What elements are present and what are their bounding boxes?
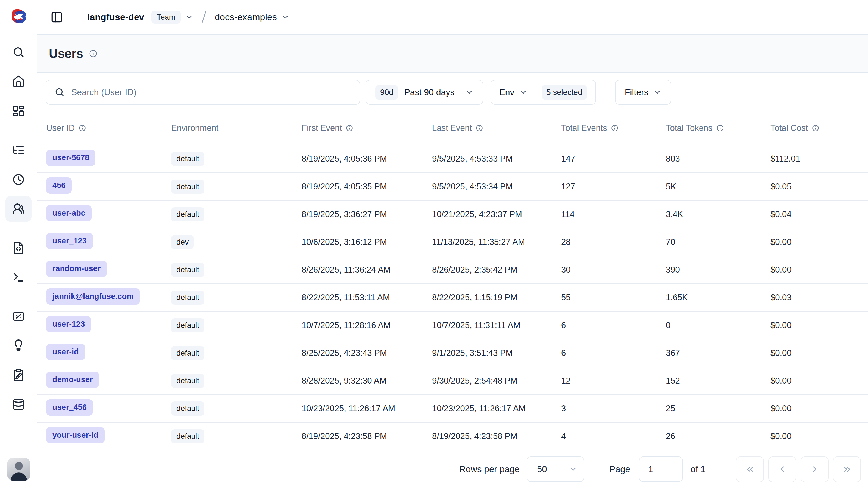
dashboards-icon	[12, 105, 25, 117]
org-name[interactable]: langfuse-dev	[87, 12, 144, 22]
user-id-link[interactable]: user-id	[46, 344, 85, 360]
table-row[interactable]: jannik@langfuse.comdefault8/22/2025, 11:…	[37, 283, 868, 311]
filters-button[interactable]: Filters	[615, 80, 671, 105]
filters-label: Filters	[625, 87, 648, 97]
sidebar-item-sessions[interactable]	[12, 173, 25, 186]
sidebar-item-users[interactable]	[12, 202, 25, 216]
user-id-link[interactable]: your-user-id	[46, 427, 105, 443]
environment-cell: default	[171, 207, 302, 222]
org-switcher-button[interactable]: Team	[151, 10, 193, 24]
table-row[interactable]: user_123dev10/6/2025, 3:16:12 PM11/13/20…	[37, 228, 868, 256]
env-selected-badge: 5 selected	[541, 85, 587, 99]
table-row[interactable]: user-123default10/7/2025, 11:28:16 AM10/…	[37, 311, 868, 339]
page-title: Users	[49, 46, 83, 61]
search-icon	[54, 87, 65, 97]
user-id-link[interactable]: jannik@langfuse.com	[46, 288, 140, 305]
table-row[interactable]: user_456default10/23/2025, 11:26:17 AM10…	[37, 395, 868, 422]
column-header-total-cost[interactable]: Total Cost	[770, 123, 868, 133]
user-id-link[interactable]: demo-user	[46, 372, 99, 387]
sidebar-item-dashboards[interactable]	[12, 105, 25, 117]
sidebar-item-annotation[interactable]	[12, 369, 25, 382]
table-row[interactable]: user-5678default8/19/2025, 4:05:36 PM9/5…	[37, 145, 868, 172]
total-tokens-cell: 5K	[666, 182, 770, 192]
total-events-cell: 6	[561, 320, 666, 330]
sidebar-item-datasets[interactable]	[12, 398, 25, 411]
search-icon	[54, 87, 65, 97]
sidebar-item-evaluation[interactable]	[12, 310, 25, 323]
prompts-icon	[12, 241, 25, 254]
environment-badge: default	[171, 402, 204, 415]
home-icon	[12, 75, 25, 88]
user-avatar[interactable]	[7, 458, 30, 481]
user-id-link[interactable]: user-abc	[46, 205, 92, 221]
table-header-row: User IDEnvironmentFirst EventLast EventT…	[37, 112, 868, 145]
sidebar-item-tracing[interactable]	[12, 144, 25, 157]
next-page-button[interactable]	[801, 456, 829, 482]
table-row[interactable]: your-user-iddefault8/19/2025, 4:23:58 PM…	[37, 422, 868, 450]
environment-cell: default	[171, 346, 302, 360]
table-row[interactable]: user-abcdefault8/19/2025, 3:36:27 PM10/2…	[37, 200, 868, 228]
user-id-link[interactable]: user-5678	[46, 150, 95, 166]
total-tokens-cell: 70	[666, 237, 770, 247]
column-header-user-id[interactable]: User ID	[46, 123, 171, 133]
project-switcher-button[interactable]: docs-examples	[215, 12, 289, 22]
table-row[interactable]: 456default8/19/2025, 4:05:35 PM9/5/2025,…	[37, 172, 868, 200]
total-cost-cell: $0.00	[770, 376, 868, 386]
chevron-down-icon	[281, 13, 289, 21]
column-header-last-event[interactable]: Last Event	[432, 123, 561, 133]
total-cost-cell: $0.00	[770, 320, 868, 330]
first-event-cell: 8/25/2025, 4:23:43 PM	[302, 348, 432, 358]
first-event-cell: 8/19/2025, 4:23:58 PM	[302, 431, 432, 441]
column-header-first-event[interactable]: First Event	[302, 123, 432, 133]
last-event-cell: 9/5/2025, 4:53:33 PM	[432, 154, 561, 164]
column-header-environment[interactable]: Environment	[171, 123, 302, 133]
environment-filter-button[interactable]: Env 5 selected	[491, 80, 596, 105]
previous-page-button[interactable]	[768, 456, 796, 482]
first-event-cell: 10/23/2025, 11:26:17 AM	[302, 404, 432, 413]
user-id-cell: user_456	[46, 399, 171, 418]
table-row[interactable]: demo-userdefault8/28/2025, 9:32:30 AM9/3…	[37, 367, 868, 395]
user-id-cell: 456	[46, 177, 171, 196]
page-number-input[interactable]	[639, 456, 683, 482]
user-id-link[interactable]: user-123	[46, 316, 91, 332]
sidebar-item-insights[interactable]	[12, 339, 25, 352]
page-label: Page	[609, 464, 630, 475]
user-id-cell: user-id	[46, 344, 171, 362]
column-header-total-tokens[interactable]: Total Tokens	[666, 123, 770, 133]
sidebar-item-playground[interactable]	[12, 271, 25, 284]
user-id-link[interactable]: random-user	[46, 261, 107, 277]
environment-badge: default	[171, 179, 204, 194]
last-event-cell: 10/23/2025, 11:26:17 AM	[432, 404, 561, 413]
sidebar-toggle-button[interactable]	[50, 10, 63, 24]
user-id-link[interactable]: 456	[46, 177, 72, 193]
total-events-cell: 4	[561, 431, 666, 441]
app: langfuse-dev Team docs-examples Users 90…	[0, 0, 868, 488]
info-icon	[716, 124, 724, 132]
date-range-label: Past 90 days	[404, 87, 454, 97]
environment-badge: dev	[171, 235, 194, 249]
table-row[interactable]: random-userdefault8/26/2025, 11:36:24 AM…	[37, 256, 868, 283]
first-page-button[interactable]	[736, 456, 764, 482]
user-id-link[interactable]: user_123	[46, 233, 93, 249]
pagination-nav	[736, 456, 861, 482]
total-events-cell: 6	[561, 348, 666, 358]
search-box[interactable]	[45, 80, 360, 105]
chevron-down-icon	[519, 88, 527, 96]
first-event-cell: 8/26/2025, 11:36:24 AM	[302, 265, 432, 275]
total-events-cell: 55	[561, 293, 666, 303]
search-input[interactable]	[71, 87, 351, 97]
user-id-cell: demo-user	[46, 372, 171, 390]
playground-icon	[12, 271, 25, 284]
page-title-info-icon[interactable]	[89, 49, 98, 58]
column-header-total-events[interactable]: Total Events	[561, 123, 666, 133]
last-page-button[interactable]	[833, 456, 861, 482]
table-row[interactable]: user-iddefault8/25/2025, 4:23:43 PM9/1/2…	[37, 339, 868, 367]
langfuse-logo-icon[interactable]	[9, 7, 29, 27]
sidebar-item-search[interactable]	[12, 46, 25, 59]
user-id-cell: user_123	[46, 233, 171, 251]
sidebar-item-prompts[interactable]	[12, 241, 25, 254]
user-id-link[interactable]: user_456	[46, 399, 93, 415]
sidebar-item-home[interactable]	[12, 75, 25, 88]
date-range-button[interactable]: 90d Past 90 days	[366, 80, 483, 105]
rows-per-page-select[interactable]: 50	[527, 456, 584, 482]
